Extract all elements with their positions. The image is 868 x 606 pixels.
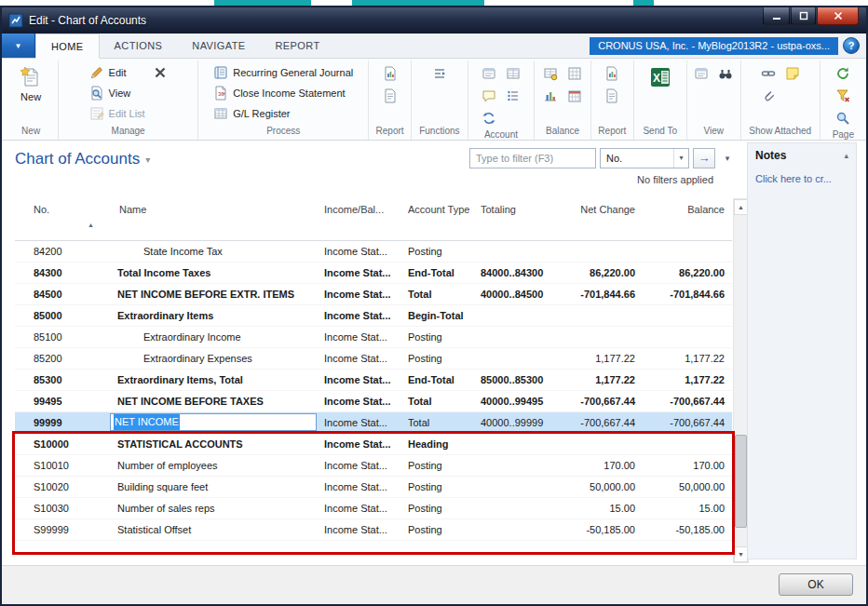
edit-button[interactable]: Edit [86, 62, 149, 83]
column-header-name[interactable]: Name [108, 198, 322, 240]
grid-icon [567, 66, 582, 81]
close-income-statement-button[interactable]: 36 Close Income Statement [210, 83, 357, 103]
attached-documents-button[interactable] [756, 85, 780, 107]
tab-label: NAVIGATE [192, 40, 245, 51]
trial-balance-button[interactable] [600, 85, 624, 107]
scroll-down-button[interactable]: ▼ [734, 546, 748, 562]
sort-ascending-icon: ▲ [88, 219, 108, 231]
ribbon-group-view: View [687, 61, 741, 140]
column-header-balance[interactable]: Balance [643, 198, 732, 240]
table-row[interactable]: S10020Building square feetIncome Stat...… [15, 477, 732, 498]
account-where-used-button[interactable] [477, 107, 501, 129]
column-header-no[interactable]: No. ▲ [15, 198, 108, 240]
functions-button[interactable] [427, 62, 452, 85]
notes-button[interactable] [780, 62, 805, 85]
name-edit-field[interactable]: NET INCOME [110, 413, 317, 431]
delete-button[interactable] [149, 62, 171, 83]
column-header-label: Income/Bal... [324, 204, 384, 215]
ribbon-group-report-2: Report [591, 61, 633, 140]
bottom-bar: OK [2, 565, 866, 604]
detail-trial-balance-button[interactable] [600, 62, 624, 85]
cell-no: S10030 [15, 498, 108, 518]
funnel-x-icon [835, 88, 850, 103]
help-button[interactable]: ? [843, 37, 860, 54]
refresh-arrows-icon [835, 66, 850, 81]
table-row[interactable]: 85200Extraordinary ExpensesIncome Stat..… [15, 348, 732, 370]
find-button[interactable] [831, 107, 855, 129]
table-row[interactable]: 85000Extraordinary ItemsIncome Stat...Be… [15, 305, 732, 327]
gl-account-balance-button[interactable] [538, 85, 563, 107]
report-button[interactable] [378, 85, 402, 107]
recurring-general-journal-button[interactable]: Recurring General Journal [210, 62, 357, 83]
column-header-income-balance[interactable]: Income/Bal... [322, 198, 406, 240]
minimize-button[interactable] [763, 7, 790, 25]
collapse-notes-icon[interactable]: ▴ [844, 151, 848, 160]
new-button[interactable]: New [14, 62, 47, 106]
cell-type: Posting [406, 327, 479, 347]
page-title-caret-icon[interactable]: ▾ [145, 155, 150, 165]
filter-column-select[interactable]: No. ▾ [600, 148, 689, 168]
scrollbar-thumb[interactable] [735, 435, 747, 528]
cell-type: End-Total [406, 263, 479, 283]
ledger-entries-button[interactable] [501, 62, 525, 85]
edit-list-button[interactable]: Edit List [86, 103, 149, 124]
table-row[interactable]: S10010Number of employeesIncome Stat...P… [15, 455, 732, 477]
gl-register-button[interactable]: G/L Register [210, 103, 357, 124]
table-row[interactable]: 84300Total Income TaxesIncome Stat...End… [15, 263, 732, 284]
ribbon-tab-bar: ▼ HOME ACTIONS NAVIGATE REPORT CRONUS US… [2, 34, 866, 59]
send-to-excel-button[interactable]: X [644, 62, 677, 92]
collapse-filter-pane-button[interactable]: ▾ [719, 148, 736, 168]
cell-income: Income Stat... [322, 284, 406, 304]
ribbon-group-process: Recurring General Journal 36 Close Incom… [198, 61, 369, 140]
notes-title: Notes [755, 149, 844, 162]
account-card-button[interactable] [477, 62, 501, 85]
maximize-button[interactable] [791, 7, 816, 25]
cell-balance: -700,667.44 [643, 412, 732, 433]
report-chart-icon [604, 66, 619, 81]
application-menu-button[interactable]: ▼ [2, 34, 35, 58]
links-button[interactable] [756, 62, 780, 85]
column-header-totaling[interactable]: Totaling [479, 198, 553, 240]
view-button[interactable]: View [86, 83, 149, 103]
gl-balance-by-period-button[interactable] [563, 85, 587, 107]
table-row[interactable]: 85100Extraordinary IncomeIncome Stat...P… [15, 327, 732, 348]
filter-input[interactable] [469, 148, 596, 168]
table-row[interactable]: 85300Extraordinary Items, TotalIncome St… [15, 370, 732, 391]
view-find-button[interactable] [713, 62, 738, 85]
gl-balance-button[interactable] [538, 62, 563, 85]
column-header-account-type[interactable]: Account Type [406, 198, 479, 240]
cell-totaling: 40000..84500 [479, 284, 553, 304]
ok-button[interactable]: OK [779, 573, 853, 596]
cell-net_change: -700,667.44 [553, 391, 643, 411]
report-document-icon [604, 88, 619, 103]
column-header-net-change[interactable]: Net Change [553, 198, 643, 240]
tab-home[interactable]: HOME [35, 34, 100, 59]
report-button[interactable] [378, 62, 402, 85]
edit-button-label: Edit [109, 67, 127, 78]
create-note-link[interactable]: Click here to cr... [755, 173, 848, 184]
tab-report[interactable]: REPORT [261, 34, 335, 58]
table-row[interactable]: 84500NET INCOME BEFORE EXTR. ITEMSIncome… [15, 284, 732, 305]
table-row[interactable]: 99999NET INCOMEIncome Stat...Total40000.… [15, 412, 732, 434]
close-button[interactable] [817, 7, 859, 25]
cell-name: State Income Tax [108, 241, 322, 262]
table-row[interactable]: 99495NET INCOME BEFORE TAXESIncome Stat.… [15, 391, 732, 412]
scroll-up-icon: ▲ [738, 204, 744, 210]
comments-button[interactable] [477, 85, 501, 107]
view-card-button[interactable] [689, 62, 713, 85]
ribbon-group-balance: Balance [535, 61, 591, 140]
filter-bar: No. ▾ → ▾ [469, 148, 736, 168]
table-row[interactable]: S99999Statistical OffsetIncome Stat...Po… [15, 519, 732, 541]
tab-actions[interactable]: ACTIONS [100, 34, 178, 58]
scroll-up-button[interactable]: ▲ [734, 199, 748, 215]
dimensions-button[interactable] [501, 85, 525, 107]
page-content: Chart of Accounts ▾ No. ▾ → ▾ No filters… [2, 141, 866, 565]
clear-filter-button[interactable] [831, 85, 855, 107]
refresh-button[interactable] [831, 62, 855, 85]
balance-by-dimension-button[interactable] [563, 62, 587, 85]
table-row[interactable]: 84200State Income TaxIncome Stat...Posti… [15, 241, 732, 263]
apply-filter-button[interactable]: → [693, 148, 715, 168]
table-row[interactable]: S10000STATISTICAL ACCOUNTSIncome Stat...… [15, 434, 732, 455]
table-row[interactable]: S10030Number of sales repsIncome Stat...… [15, 498, 732, 519]
tab-navigate[interactable]: NAVIGATE [177, 34, 260, 58]
